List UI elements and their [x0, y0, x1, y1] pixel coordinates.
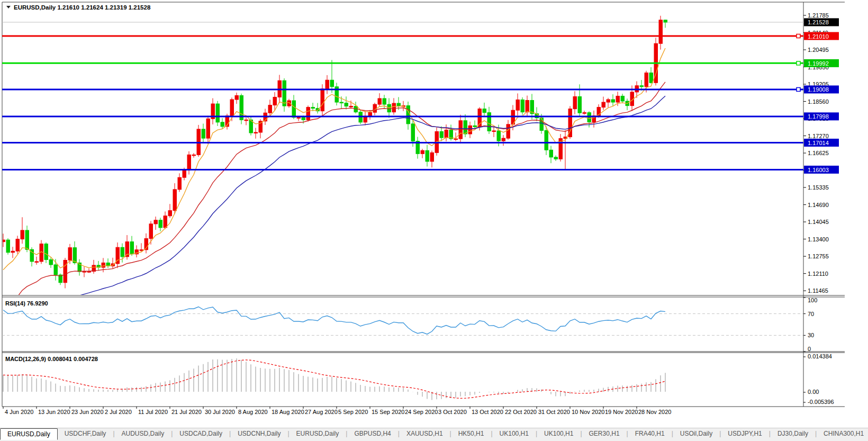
candle — [197, 125, 201, 157]
symbol-ohlc-title: EURUSD,Daily 1.21610 1.21624 1.21319 1.2… — [14, 4, 151, 11]
mt4-window: ▼ M1M5M15M30H1H4D1W1MN 1.217851.211401.2… — [0, 0, 868, 441]
candle — [306, 105, 310, 121]
tab-usdchf-daily[interactable]: USDCHF,Daily — [58, 428, 113, 439]
price-badge: 1.19992 — [808, 60, 829, 67]
date-label: 11 Jul 2020 — [138, 409, 168, 415]
support-line-1-handle[interactable] — [797, 61, 800, 65]
tab-gbpusd-h4[interactable]: GBPUSD,H4 — [347, 428, 397, 439]
price-badge: 1.21528 — [808, 19, 829, 25]
rsi-axis-label: 70 — [808, 311, 814, 317]
date-label: 4 Jun 2020 — [5, 409, 33, 415]
price-tick-label: 1.12110 — [808, 271, 828, 277]
rsi-axis-label: 30 — [808, 332, 814, 338]
date-label: 19 Nov 2020 — [605, 409, 638, 415]
tab-ger30-h1[interactable]: GER30,H1 — [582, 428, 627, 439]
support-line-2-handle[interactable] — [797, 87, 800, 91]
candle — [654, 38, 658, 85]
tab-usdjpy-h1[interactable]: USDJPY,H1 — [721, 428, 768, 439]
macd-label: MACD(12,26,9) 0.008041 0.004728 — [5, 356, 98, 362]
rsi-label: RSI(14) 76.9290 — [5, 300, 48, 307]
macd-axis-label: 0.014384 — [808, 353, 832, 359]
price-tick-label: 1.15335 — [808, 184, 829, 191]
tab-china300-h1[interactable]: CHINA300,H1 — [817, 428, 868, 439]
price-badge: 1.19008 — [808, 86, 829, 93]
tab-uk100-h1[interactable]: UK100,H1 — [537, 428, 580, 439]
date-label: 8 Aug 2020 — [238, 409, 268, 415]
date-label: 30 Jul 2020 — [205, 409, 235, 415]
price-tick-label: 1.17270 — [808, 133, 829, 139]
date-label: 10 Nov 2020 — [572, 409, 604, 415]
price-badge: 1.21010 — [808, 33, 829, 40]
price-tick-label: 1.21785 — [808, 12, 829, 19]
rsi-axis-label: 100 — [808, 297, 817, 303]
macd-axis-label: -0.005396 — [808, 399, 834, 405]
date-label: 18 Aug 2020 — [272, 409, 304, 415]
tab-eurusd-daily[interactable]: EURUSD,Daily — [290, 428, 346, 439]
price-tick-label: 1.13400 — [808, 236, 829, 242]
tab-usdcad-daily[interactable]: USDCAD,Daily — [173, 428, 229, 439]
tab-usdcnh-daily[interactable]: USDCNH,Daily — [231, 428, 287, 439]
price-tick-label: 1.20495 — [808, 47, 829, 53]
date-label: 31 Oct 2020 — [538, 409, 570, 415]
macd-axis-label: 0.00 — [808, 389, 819, 395]
date-label: 22 Oct 2020 — [505, 409, 537, 415]
candle — [240, 94, 243, 124]
candle — [521, 97, 525, 115]
chart-background — [0, 0, 868, 430]
tab-hk50-h1[interactable]: HK50,H1 — [451, 428, 491, 439]
tab-fra40-h1[interactable]: FRA40,H1 — [628, 428, 672, 439]
date-label: 15 Sep 2020 — [372, 409, 404, 415]
price-tick-label: 1.16625 — [808, 150, 829, 156]
chart-title: EURUSD,Daily 1.21610 1.21624 1.21319 1.2… — [6, 4, 151, 11]
date-label: 27 Aug 2020 — [305, 409, 338, 415]
date-label: 28 Nov 2020 — [638, 409, 671, 415]
date-label: 3 Oct 2020 — [438, 409, 467, 415]
date-label: 2 Jul 2020 — [105, 409, 132, 415]
rsi-axis-label: 0 — [808, 346, 811, 352]
price-tick-label: 1.11465 — [808, 287, 828, 294]
tab-uk100-h1[interactable]: UK100,H1 — [493, 428, 536, 439]
tab-usoil-daily[interactable]: USOil,Daily — [673, 428, 719, 439]
tab-xauusd-h1[interactable]: XAUUSD,H1 — [400, 428, 450, 439]
price-tick-label: 1.14045 — [808, 219, 829, 225]
chart-tabs-bar: EURUSD,DailyUSDCHF,Daily|AUDUSD,Daily|US… — [0, 428, 868, 441]
price-badge: 1.16003 — [808, 167, 829, 173]
price-badge: 1.17998 — [808, 113, 829, 120]
tab-eurusd-daily[interactable]: EURUSD,Daily — [0, 428, 58, 440]
candle — [6, 238, 10, 255]
date-label: 13 Jun 2020 — [38, 409, 70, 415]
date-label: 23 Jun 2020 — [71, 409, 104, 415]
tab-audusd-daily[interactable]: AUDUSD,Daily — [115, 428, 171, 439]
date-label: 21 Jul 2020 — [171, 409, 202, 415]
resistance-line-handle[interactable] — [797, 34, 800, 38]
chart-canvas[interactable]: 1.217851.211401.204951.198501.192051.185… — [0, 0, 868, 430]
date-label: 24 Sep 2020 — [405, 409, 438, 415]
price-badge: 1.17014 — [808, 140, 829, 146]
date-label: 5 Sep 2020 — [338, 409, 368, 415]
price-tick-label: 1.18560 — [808, 98, 829, 105]
date-label: 13 Oct 2020 — [472, 409, 503, 415]
price-tick-label: 1.14690 — [808, 202, 829, 208]
candle — [216, 101, 220, 126]
tab-dj30-daily[interactable]: DJ30,Daily — [771, 428, 815, 439]
price-tick-label: 1.12755 — [808, 253, 829, 259]
